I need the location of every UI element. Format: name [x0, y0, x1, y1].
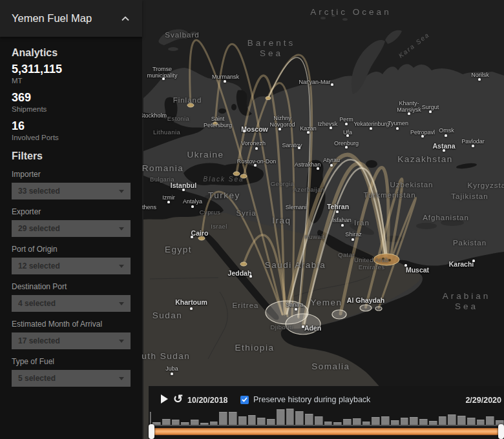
- origin-port-marker: [266, 97, 271, 100]
- dropdown-caret-icon: [119, 190, 124, 193]
- histogram-bar: [401, 418, 409, 425]
- filter-group-exporter: Exporter 29 selected: [12, 207, 131, 237]
- origin-port-marker: [240, 174, 247, 178]
- stat-shipments-label: Shipments: [12, 105, 131, 113]
- filter-label: Exporter: [12, 207, 131, 216]
- origin-hub-bubble: [373, 254, 399, 265]
- dropdown-caret-icon: [119, 227, 124, 230]
- histogram-bar: [467, 418, 476, 425]
- filter-select-type-of-fuel[interactable]: 5 selected: [12, 370, 131, 387]
- slider-handle-left[interactable]: [149, 424, 154, 439]
- timeline-rail: [149, 425, 504, 426]
- histogram-bar: [343, 419, 352, 425]
- sidebar-body: Analytics 5,311,115 MT 369 Shipments 16 …: [0, 37, 142, 387]
- stat-mt-label: MT: [12, 77, 131, 85]
- destination-port-bubble: [360, 305, 372, 311]
- filter-group-estimated-month: Estimated Month of Arrival 17 selected: [12, 320, 131, 349]
- histogram-bar: [477, 420, 485, 425]
- filter-selected-value: 5 selected: [18, 374, 56, 383]
- slider-handle-right[interactable]: [498, 424, 504, 439]
- play-button[interactable]: [160, 394, 168, 403]
- timeline-range-slider[interactable]: [149, 428, 504, 435]
- filter-select-destination-port[interactable]: 4 selected: [12, 295, 131, 312]
- filter-label: Destination Port: [12, 282, 131, 291]
- histogram-bar: [277, 409, 285, 425]
- filter-selected-value: 12 selected: [18, 261, 60, 271]
- histogram-bar: [162, 419, 171, 425]
- origin-port-marker: [198, 236, 205, 240]
- stat-shipments-value: 369: [12, 91, 131, 104]
- sidebar-panel: Yemen Fuel Map Analytics 5,311,115 MT 36…: [0, 0, 142, 439]
- filter-select-importer[interactable]: 33 selected: [12, 183, 131, 199]
- histogram-bar: [457, 416, 466, 425]
- filters-heading: Filters: [12, 150, 131, 162]
- histogram-bar: [391, 420, 399, 425]
- histogram-bar: [286, 409, 295, 425]
- filter-selected-value: 17 selected: [18, 336, 60, 345]
- dropdown-caret-icon: [119, 302, 124, 305]
- checkbox-checked-icon[interactable]: [240, 396, 249, 404]
- histogram-bar: [219, 412, 227, 425]
- origin-port-marker: [240, 262, 247, 266]
- destination-port-bubble: [375, 307, 382, 311]
- histogram-bar: [372, 417, 380, 425]
- panel-title: Yemen Fuel Map: [12, 12, 92, 25]
- playback-start-date: 10/20/2018: [187, 396, 228, 405]
- histogram-bar: [267, 419, 275, 425]
- histogram-bar: [248, 415, 257, 425]
- stat-mt-value: 5,311,115: [12, 63, 131, 76]
- preserve-history-checkbox[interactable]: Preserve history during playback: [240, 395, 370, 404]
- filter-selected-value: 4 selected: [18, 299, 56, 308]
- filter-selected-value: 29 selected: [18, 224, 60, 233]
- filter-group-importer: Importer 33 selected: [12, 170, 131, 199]
- histogram-bar: [305, 414, 313, 425]
- timeline-histogram: [150, 409, 504, 425]
- stat-ports-value: 16: [12, 119, 131, 132]
- origin-port-marker: [213, 123, 218, 126]
- origin-port-marker: [233, 172, 240, 176]
- app: Arctic OceanBarents SeaKara SeaBlack Sea…: [0, 0, 504, 439]
- filter-group-port-of-origin: Port of Origin 12 selected: [12, 245, 131, 274]
- filter-select-port-of-origin[interactable]: 12 selected: [12, 258, 131, 274]
- histogram-bar: [238, 416, 247, 425]
- histogram-bar: [315, 416, 323, 425]
- histogram-bar: [353, 418, 361, 425]
- histogram-bar: [381, 416, 390, 425]
- hub-port-dot: [388, 259, 391, 261]
- stat-ports-label: Involved Ports: [12, 134, 131, 141]
- filter-label: Importer: [12, 170, 131, 179]
- filter-group-type-of-fuel: Type of Fuel 5 selected: [12, 357, 131, 387]
- histogram-bar: [257, 418, 266, 425]
- histogram-bar: [439, 416, 447, 425]
- histogram-bar: [410, 417, 418, 425]
- collapse-chevron-up-icon[interactable]: [121, 16, 129, 21]
- origin-port-marker: [187, 103, 194, 107]
- filter-label: Port of Origin: [12, 245, 131, 254]
- filter-group-destination-port: Destination Port 4 selected: [12, 282, 131, 312]
- destination-port-bubble: [286, 314, 320, 334]
- histogram-bar: [229, 412, 237, 425]
- sidebar-header[interactable]: Yemen Fuel Map: [0, 0, 142, 37]
- filter-select-estimated-month[interactable]: 17 selected: [12, 332, 131, 349]
- playback-bar: ↺ 10/20/2018 Preserve history during pla…: [149, 386, 504, 439]
- histogram-bar: [448, 414, 456, 425]
- filter-selected-value: 33 selected: [18, 187, 60, 196]
- dropdown-caret-icon: [119, 377, 124, 380]
- checkbox-label: Preserve history during playback: [253, 395, 370, 404]
- histogram-bar: [295, 411, 304, 425]
- destination-port-bubble: [332, 310, 346, 319]
- histogram-bar: [172, 420, 180, 425]
- dropdown-caret-icon: [119, 340, 124, 343]
- reset-button[interactable]: ↺: [173, 392, 183, 406]
- filter-label: Estimated Month of Arrival: [12, 320, 131, 329]
- histogram-bar: [191, 420, 199, 425]
- playback-controls: ↺ 10/20/2018 Preserve history during pla…: [149, 386, 504, 412]
- filter-label: Type of Fuel: [12, 357, 131, 366]
- histogram-bar: [150, 412, 151, 425]
- playback-end-date: 2/29/2020: [465, 396, 501, 405]
- dropdown-caret-icon: [119, 265, 124, 268]
- filter-select-exporter[interactable]: 29 selected: [12, 220, 131, 237]
- histogram-bar: [486, 416, 494, 425]
- analytics-heading: Analytics: [12, 47, 131, 59]
- hub-port-dot: [382, 258, 384, 260]
